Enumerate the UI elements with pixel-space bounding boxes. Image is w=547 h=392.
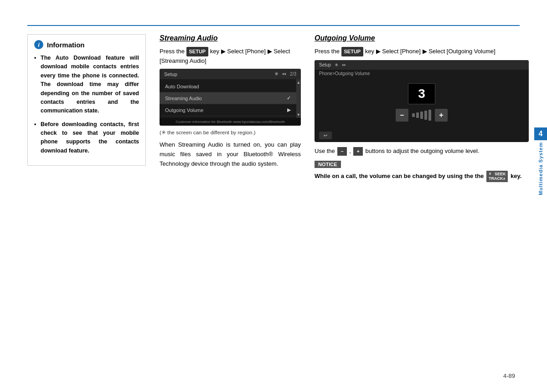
- volume-controls: – +: [319, 109, 524, 122]
- seek-row: ∨ SEEK: [489, 172, 506, 177]
- notice-box: NOTICE While on a call, the volume can b…: [315, 161, 529, 183]
- left-column: i Information The Auto Download feature …: [27, 34, 155, 182]
- chapter-number: 4: [534, 127, 547, 140]
- notice-text: While on a call, the volume can be chang…: [315, 171, 529, 183]
- screen-footer: Customer information for Bluetooth www.h…: [160, 118, 301, 126]
- notice-text-2: key.: [511, 173, 521, 179]
- select-outgoing-text: Select [Outgoing Volume]: [428, 48, 495, 55]
- arrow2-icon: ▶: [268, 48, 272, 55]
- ov-footer: ↩: [315, 129, 529, 142]
- ov-screen-header: Setup ✳ ⇔: [315, 60, 529, 70]
- vol-bar-3: [420, 112, 423, 119]
- screen-page: 2/3: [290, 71, 296, 76]
- chapter-tab: 4 Multimedia System: [534, 127, 547, 195]
- plus-badge: +: [353, 147, 362, 156]
- track-label: TRACK: [489, 176, 503, 181]
- use-buttons-line: Use the – , + buttons to adjust the outg…: [315, 147, 529, 156]
- ov-subtitle: Phone>Outgoing Volume: [315, 70, 529, 76]
- arrow-icon: ▶: [287, 107, 291, 113]
- list-item: The Auto Download feature will download …: [34, 54, 139, 116]
- seek-track-badge: ∨ SEEK TRACK ∧: [486, 171, 508, 183]
- track-up-arrow: ∧: [503, 177, 506, 181]
- streaming-audio-title: Streaming Audio: [160, 34, 301, 42]
- streaming-press-line: Press the SETUP key ▶ Select [Phone] ▶ S…: [160, 47, 301, 65]
- outgoing-volume-title: Outgoing Volume: [315, 34, 529, 42]
- screen-body: Auto Download Streaming Audio ✓ Outgoing…: [160, 79, 301, 118]
- menu-item-label: Streaming Audio: [165, 96, 202, 101]
- select-phone-text: Select [Phone]: [227, 48, 267, 55]
- track-row: TRACK ∧: [489, 176, 506, 181]
- arrow2-icon: ▶: [423, 48, 427, 55]
- screen-icons: ✳ ⇔ 2/3: [274, 71, 296, 77]
- use-text: Use the: [315, 148, 336, 154]
- chapter-label: Multimedia System: [538, 142, 543, 195]
- bt-icon: ✳: [274, 71, 279, 77]
- notice-text-1: While on a call, the volume can be chang…: [315, 173, 473, 179]
- menu-item-label: Outgoing Volume: [165, 107, 203, 113]
- outgoing-press-line: Press the SETUP key ▶ Select [Phone] ▶ S…: [315, 47, 529, 56]
- page-number: 4-89: [503, 372, 515, 379]
- arrow-icon: ▶: [376, 48, 381, 55]
- info-box: i Information The Auto Download feature …: [27, 34, 146, 166]
- screen-header: Setup ✳ ⇔ 2/3: [160, 69, 301, 79]
- key-text: key: [365, 48, 374, 55]
- check-icon: ✓: [287, 95, 291, 101]
- press-text: Press the: [315, 48, 341, 55]
- seek-label: SEEK: [495, 172, 506, 177]
- vol-bar-1: [412, 113, 415, 117]
- menu-list: Auto Download Streaming Audio ✓ Outgoing…: [160, 79, 296, 118]
- ov-sync-icon: ⇔: [342, 62, 346, 67]
- right-column: Outgoing Volume Press the SETUP key ▶ Se…: [310, 34, 529, 182]
- menu-item-outgoing-volume: Outgoing Volume ▶: [160, 104, 296, 116]
- scroll-down: ▼: [297, 112, 301, 117]
- info-bullets: The Auto Download feature will download …: [34, 54, 139, 155]
- select-phone-text: Select [Phone]: [382, 48, 422, 55]
- plus-button[interactable]: +: [435, 109, 448, 122]
- back-button[interactable]: ↩: [319, 132, 332, 139]
- sync-icon: ⇔: [282, 71, 286, 77]
- press-text: Press the: [160, 48, 186, 55]
- menu-item-label: Auto Download: [165, 84, 199, 89]
- ov-bt-icon: ✳: [335, 62, 338, 67]
- screen-title: Setup: [164, 71, 177, 77]
- vol-bar-5: [428, 110, 431, 121]
- vol-bar-4: [424, 111, 427, 120]
- arrow-icon: ▶: [221, 48, 226, 55]
- scroll-up: ▲: [297, 80, 301, 85]
- buttons-text: buttons to adjust the outgoing volume le…: [365, 148, 479, 154]
- ov-screen-body: 3 – +: [315, 76, 529, 129]
- menu-item-streaming-audio: Streaming Audio ✓: [160, 92, 296, 104]
- the-text: the: [475, 173, 485, 179]
- info-header: i Information: [34, 40, 139, 49]
- streaming-screen: Setup ✳ ⇔ 2/3 Auto Download Streaming Au…: [160, 69, 301, 126]
- comma-text: ,: [349, 148, 352, 154]
- seek-down-arrow: ∨: [489, 172, 491, 176]
- setup-badge-right: SETUP: [341, 47, 364, 56]
- minus-button[interactable]: –: [396, 109, 408, 122]
- top-divider: [27, 25, 520, 26]
- outgoing-volume-screen: Setup ✳ ⇔ Phone>Outgoing Volume 3 – +: [315, 60, 529, 142]
- key-text: key: [210, 48, 219, 55]
- info-title: Information: [47, 41, 85, 49]
- vol-bar-2: [416, 112, 419, 118]
- volume-display: 3: [408, 83, 435, 104]
- screen-menu: Auto Download Streaming Audio ✓ Outgoing…: [160, 79, 296, 118]
- volume-bars: [412, 110, 431, 121]
- setup-badge-mid: SETUP: [186, 47, 209, 56]
- region-note: (✳ the screen can be different by region…: [160, 129, 301, 136]
- menu-item-auto-download: Auto Download: [160, 81, 296, 92]
- middle-column: Streaming Audio Press the SETUP key ▶ Se…: [155, 34, 310, 182]
- streaming-description: When Streaming Audio is turned on, you c…: [160, 140, 301, 168]
- notice-label: NOTICE: [315, 161, 341, 168]
- minus-badge: –: [337, 147, 346, 156]
- ov-screen-title: Setup: [319, 62, 331, 67]
- screen-scrollbar: ▲ ▼: [296, 79, 301, 118]
- list-item: Before downloading contacts, first check…: [34, 120, 139, 156]
- info-icon: i: [34, 40, 43, 49]
